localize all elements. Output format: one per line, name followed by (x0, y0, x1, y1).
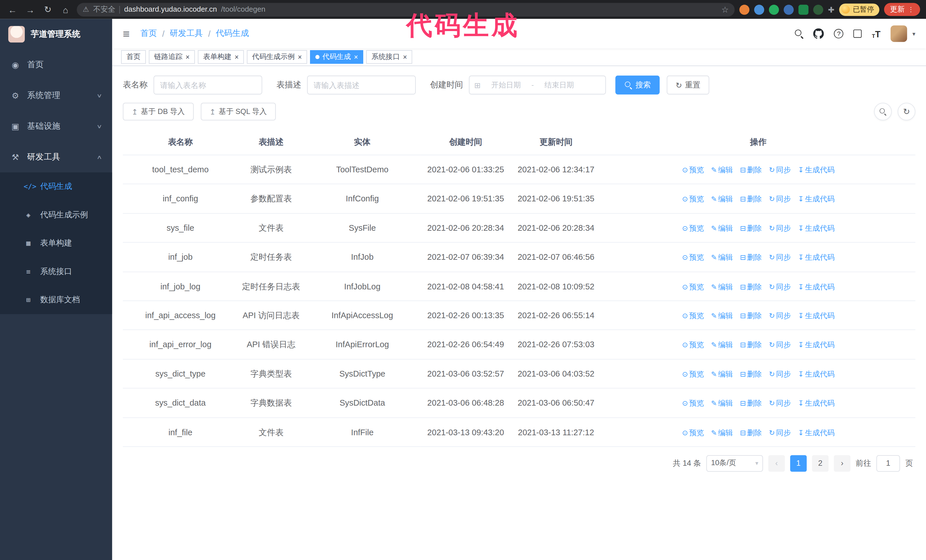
preview-link[interactable]: ⊙预览 (682, 370, 704, 378)
preview-link[interactable]: ⊙预览 (682, 195, 704, 203)
edit-link[interactable]: ✎编辑 (711, 166, 733, 174)
sync-link[interactable]: ↻同步 (769, 341, 791, 349)
tab-2[interactable]: 表单构建× (198, 50, 244, 64)
breadcrumb-home[interactable]: 首页 (141, 28, 157, 39)
sidebar-item-home[interactable]: ◉首页 (0, 50, 112, 80)
bookmark-star-icon[interactable]: ☆ (722, 5, 729, 14)
date-range-picker[interactable]: ⊞ - (469, 75, 606, 94)
sync-link[interactable]: ↻同步 (769, 370, 791, 378)
generate-code-link[interactable]: ↧生成代码 (798, 341, 835, 349)
security-label[interactable]: 不安全 (93, 5, 115, 15)
generate-code-link[interactable]: ↧生成代码 (798, 195, 835, 203)
preview-link[interactable]: ⊙预览 (682, 224, 704, 232)
generate-code-link[interactable]: ↧生成代码 (798, 254, 835, 262)
reset-button[interactable]: ↻ 重置 (667, 75, 709, 94)
preview-link[interactable]: ⊙预览 (682, 429, 704, 437)
extension-icon-1[interactable] (739, 5, 749, 15)
tab-0[interactable]: 首页 (121, 50, 146, 64)
generate-code-link[interactable]: ↧生成代码 (798, 166, 835, 174)
goto-page-input[interactable] (876, 455, 900, 472)
delete-link[interactable]: ⊟删除 (740, 195, 762, 203)
extension-icon-5[interactable] (798, 5, 808, 15)
preview-link[interactable]: ⊙预览 (682, 282, 704, 291)
date-end-input[interactable] (536, 81, 583, 89)
preview-link[interactable]: ⊙预览 (682, 166, 704, 174)
font-size-icon[interactable]: TT (872, 29, 881, 39)
sync-link[interactable]: ↻同步 (769, 399, 791, 408)
page-button-1[interactable]: 1 (790, 455, 806, 472)
generate-code-link[interactable]: ↧生成代码 (798, 429, 835, 437)
header-search-icon[interactable] (795, 30, 803, 38)
extension-icon-4[interactable] (784, 5, 794, 15)
sync-link[interactable]: ↻同步 (769, 254, 791, 262)
sync-link[interactable]: ↻同步 (769, 195, 791, 203)
tab-close-icon[interactable]: × (186, 53, 190, 61)
delete-link[interactable]: ⊟删除 (740, 224, 762, 232)
home-icon[interactable]: ⌂ (59, 5, 72, 15)
delete-link[interactable]: ⊟删除 (740, 429, 762, 437)
import-sql-button[interactable]: ↥ 基于 SQL 导入 (201, 103, 275, 121)
toggle-search-button[interactable] (874, 103, 892, 121)
update-button[interactable]: 更新 ⋮ (884, 3, 920, 16)
edit-link[interactable]: ✎编辑 (711, 254, 733, 262)
delete-link[interactable]: ⊟删除 (740, 312, 762, 320)
user-avatar[interactable] (891, 25, 907, 42)
generate-code-link[interactable]: ↧生成代码 (798, 224, 835, 232)
sidebar-item-system-api[interactable]: ≡系统接口 (0, 258, 112, 286)
date-start-input[interactable] (483, 81, 529, 89)
delete-link[interactable]: ⊟删除 (740, 370, 762, 378)
extension-icon-6[interactable] (813, 5, 823, 15)
generate-code-link[interactable]: ↧生成代码 (798, 312, 835, 320)
delete-link[interactable]: ⊟删除 (740, 166, 762, 174)
sidebar-item-db-doc[interactable]: ⊞数据库文档 (0, 286, 112, 314)
table-name-input[interactable] (154, 75, 262, 94)
refresh-table-button[interactable]: ↻ (898, 103, 915, 121)
tab-1[interactable]: 链路追踪× (149, 50, 195, 64)
sync-link[interactable]: ↻同步 (769, 429, 791, 437)
edit-link[interactable]: ✎编辑 (711, 282, 733, 291)
tab-close-icon[interactable]: × (298, 53, 302, 61)
edit-link[interactable]: ✎编辑 (711, 370, 733, 378)
sync-link[interactable]: ↻同步 (769, 166, 791, 174)
sync-link[interactable]: ↻同步 (769, 282, 791, 291)
tab-close-icon[interactable]: × (235, 53, 239, 61)
sidebar-item-codegen-example[interactable]: ◈代码生成示例 (0, 201, 112, 229)
extension-icon-3[interactable] (769, 5, 779, 15)
tab-close-icon[interactable]: × (354, 53, 358, 61)
delete-link[interactable]: ⊟删除 (740, 282, 762, 291)
page-size-select[interactable]: 10条/页 ▾ (706, 455, 763, 472)
sidebar-item-dev-tools[interactable]: ⚒研发工具∧ (0, 142, 112, 172)
tab-4[interactable]: 代码生成× (310, 50, 363, 64)
next-page-button[interactable]: › (834, 455, 850, 472)
prev-page-button[interactable]: ‹ (769, 455, 785, 472)
delete-link[interactable]: ⊟删除 (740, 254, 762, 262)
sidebar-item-infrastructure[interactable]: ▣基础设施∨ (0, 111, 112, 142)
sidebar-item-form-builder[interactable]: ▦表单构建 (0, 229, 112, 257)
forward-icon[interactable]: → (24, 5, 37, 15)
preview-link[interactable]: ⊙预览 (682, 254, 704, 262)
preview-link[interactable]: ⊙预览 (682, 341, 704, 349)
generate-code-link[interactable]: ↧生成代码 (798, 282, 835, 291)
sync-link[interactable]: ↻同步 (769, 224, 791, 232)
breadcrumb-dev-tools[interactable]: 研发工具 (170, 28, 203, 39)
extensions-puzzle-icon[interactable]: ✚ (828, 5, 835, 15)
edit-link[interactable]: ✎编辑 (711, 429, 733, 437)
fullscreen-icon[interactable] (853, 30, 862, 38)
tab-5[interactable]: 系统接口× (366, 50, 412, 64)
sidebar-item-system-management[interactable]: ⚙系统管理∨ (0, 80, 112, 111)
generate-code-link[interactable]: ↧生成代码 (798, 399, 835, 408)
table-desc-input[interactable] (307, 75, 416, 94)
edit-link[interactable]: ✎编辑 (711, 399, 733, 408)
address-bar[interactable]: ⚠ 不安全 dashboard.yudao.iocoder.cn /tool/c… (77, 3, 735, 16)
edit-link[interactable]: ✎编辑 (711, 224, 733, 232)
generate-code-link[interactable]: ↧生成代码 (798, 370, 835, 378)
github-icon[interactable] (814, 28, 824, 39)
profile-paused-badge[interactable]: 已暂停 (839, 3, 879, 16)
menu-toggle-icon[interactable]: ≡ (123, 27, 130, 41)
delete-link[interactable]: ⊟删除 (740, 399, 762, 408)
extension-icon-2[interactable] (754, 5, 764, 15)
search-button[interactable]: 搜索 (616, 75, 660, 94)
tab-3[interactable]: 代码生成示例× (247, 50, 307, 64)
tab-close-icon[interactable]: × (403, 53, 407, 61)
sync-link[interactable]: ↻同步 (769, 312, 791, 320)
